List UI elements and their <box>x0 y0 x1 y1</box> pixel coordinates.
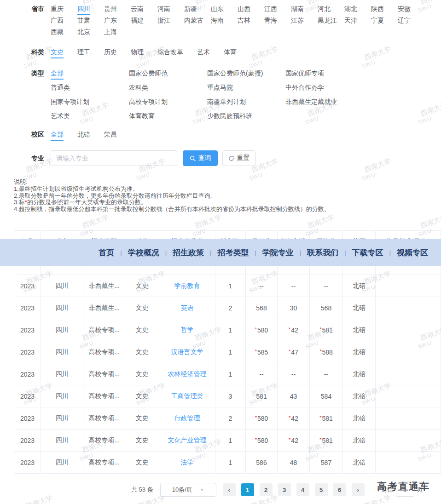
table-cell: 北碚 <box>343 275 376 297</box>
filter-province-item[interactable]: 广东 <box>104 15 131 27</box>
table-cell: 四川 <box>41 341 83 363</box>
filter-province-item[interactable]: 湖北 <box>344 4 371 15</box>
filter-province-item-label: 山西 <box>238 4 250 15</box>
filter-type-item[interactable]: 国家公费师范(蒙授) <box>207 68 285 80</box>
filter-province-item[interactable]: 内蒙古 <box>184 15 211 27</box>
nav-item-2[interactable]: 学校概况 <box>128 247 159 258</box>
filter-province-item[interactable]: 重庆 <box>51 4 77 15</box>
filter-type-item[interactable]: 中外合作办学 <box>285 82 364 94</box>
filter-province-item[interactable]: 新疆 <box>184 4 211 15</box>
filter-province-item[interactable]: 北京 <box>77 27 104 38</box>
filter-category-item[interactable]: 理工 <box>77 47 90 58</box>
filter-province-item[interactable]: 青海 <box>264 15 291 27</box>
filter-province-item[interactable]: 贵州 <box>104 4 131 15</box>
table-cell <box>376 430 441 452</box>
filter-category-item[interactable]: 艺术 <box>197 47 210 58</box>
filter-campus-item[interactable]: 北碚 <box>77 129 90 141</box>
filter-province-item[interactable]: 西藏 <box>51 27 77 38</box>
filter-province-item[interactable]: 安徽 <box>398 4 424 15</box>
page-button-3[interactable]: 3 <box>278 483 291 496</box>
filter-province-item[interactable]: 山西 <box>238 4 264 15</box>
filter-type-item[interactable]: 国家公费师范 <box>129 68 207 80</box>
major-link[interactable]: 行政管理 <box>174 414 200 422</box>
search-button[interactable]: 查询 <box>183 150 218 166</box>
site-watermark: 西南大学SWU <box>363 45 394 69</box>
filter-province-item[interactable]: 河北 <box>318 4 344 15</box>
filter-campus-item[interactable]: 全部 <box>51 129 64 141</box>
major-link[interactable]: 农林经济管理 <box>168 370 207 378</box>
page-size-select[interactable]: 10条/页 ▼ <box>160 483 216 497</box>
filter-province-item[interactable]: 广西 <box>51 15 77 27</box>
major-link[interactable]: 哲学 <box>181 326 194 333</box>
page-button-5[interactable]: 5 <box>315 483 328 496</box>
major-search-input[interactable] <box>51 150 177 166</box>
filter-type-item[interactable]: 国家专项计划 <box>51 97 129 108</box>
filter-province-item[interactable]: 湖南 <box>291 4 318 15</box>
filter-category-item[interactable]: 物理 <box>131 47 144 58</box>
major-link[interactable]: 工商管理类 <box>171 392 203 400</box>
major-link[interactable]: 法学 <box>181 458 194 466</box>
reset-button[interactable]: 重置 <box>222 150 255 166</box>
table-cell: 1 <box>215 363 246 385</box>
nav-item-8[interactable]: 视频专区 <box>397 247 428 258</box>
filter-province-item[interactable]: 宁夏 <box>371 15 398 27</box>
page-button-2[interactable]: 2 <box>260 483 273 496</box>
filter-type-item[interactable]: 农科类 <box>129 82 207 94</box>
nav-item-5[interactable]: 学院专业 <box>262 247 294 258</box>
filter-province-item[interactable]: 福建 <box>131 15 157 27</box>
filter-type-item[interactable]: 南疆单列计划 <box>207 97 285 108</box>
filter-type-item[interactable]: 高校专项计划 <box>129 97 207 108</box>
filter-province-item[interactable]: 浙江 <box>157 15 184 27</box>
filter-type-item[interactable]: 全部 <box>51 68 129 80</box>
filter-type-item[interactable]: 少数民族预科班 <box>207 111 285 122</box>
filter-province-item[interactable]: 四川 <box>77 4 104 15</box>
filter-province-item-label: 广东 <box>104 15 117 27</box>
filter-province-item[interactable]: 甘肃 <box>77 15 104 27</box>
filter-province-item[interactable]: 天津 <box>344 15 371 27</box>
filter-province-item[interactable]: 云南 <box>131 4 157 15</box>
nav-item-6[interactable]: 联系我们 <box>307 247 338 258</box>
table-cell: 四川 <box>41 452 83 474</box>
filter-province-item-label: 黑龙江 <box>318 15 337 27</box>
page-button-1[interactable]: 1 <box>241 483 254 496</box>
filter-label-province: 省市 <box>31 4 45 14</box>
filter-category-item[interactable]: 历史 <box>104 47 117 58</box>
filter-province-item[interactable]: 上海 <box>104 27 131 38</box>
table-cell: 43 <box>278 385 310 407</box>
page-button-6[interactable]: 6 <box>333 483 346 496</box>
filter-campus-item[interactable]: 荣昌 <box>104 129 117 141</box>
filter-category-item[interactable]: 体育 <box>224 47 237 58</box>
major-link[interactable]: 学前教育 <box>174 282 200 289</box>
filter-type-item[interactable]: 艺术类 <box>51 111 129 122</box>
nav-item-4[interactable]: 招考类型 <box>217 247 249 258</box>
filter-province-item[interactable]: 河南 <box>157 4 184 15</box>
filter-type-item-label: 体育教育 <box>129 111 155 122</box>
filter-province-item[interactable]: 黑龙江 <box>318 15 344 27</box>
major-link[interactable]: 汉语言文学 <box>171 348 203 355</box>
filter-province-item[interactable]: 吉林 <box>238 15 264 27</box>
nav-item-7[interactable]: 下载专区 <box>352 247 383 258</box>
filter-province-item[interactable]: 山东 <box>211 4 238 15</box>
table-cell <box>376 341 441 363</box>
filter-category-item[interactable]: 综合改革 <box>157 47 183 58</box>
major-link[interactable]: 文化产业管理 <box>168 436 207 444</box>
filter-province-item[interactable]: 江西 <box>264 4 291 15</box>
nav-item-1[interactable]: 首页 <box>99 247 114 258</box>
prev-page-button[interactable]: ‹ <box>223 483 236 496</box>
page-button-4[interactable]: 4 <box>296 483 309 496</box>
table-cell: 非西藏生... <box>83 297 125 319</box>
next-page-button[interactable]: › <box>352 483 365 496</box>
filter-province-item[interactable]: 江苏 <box>291 15 318 27</box>
filter-province-item[interactable]: 辽宁 <box>398 15 424 27</box>
filter-province-item[interactable]: 海南 <box>211 15 238 27</box>
filter-type-item[interactable]: 普通类 <box>51 82 129 94</box>
filter-province-item[interactable]: 陕西 <box>371 4 398 15</box>
filter-type-item[interactable]: 体育教育 <box>129 111 207 122</box>
major-link[interactable]: 英语 <box>181 304 194 311</box>
filter-type-item[interactable]: 重点马院 <box>207 82 285 94</box>
filter-category-item[interactable]: 文史 <box>51 47 64 58</box>
filter-type-item[interactable]: 国家优师专项 <box>285 68 364 80</box>
watermark-line2: SWU <box>248 52 282 70</box>
nav-item-3[interactable]: 招生政策 <box>173 247 204 258</box>
filter-type-item[interactable]: 非西藏生定藏就业 <box>285 97 364 108</box>
